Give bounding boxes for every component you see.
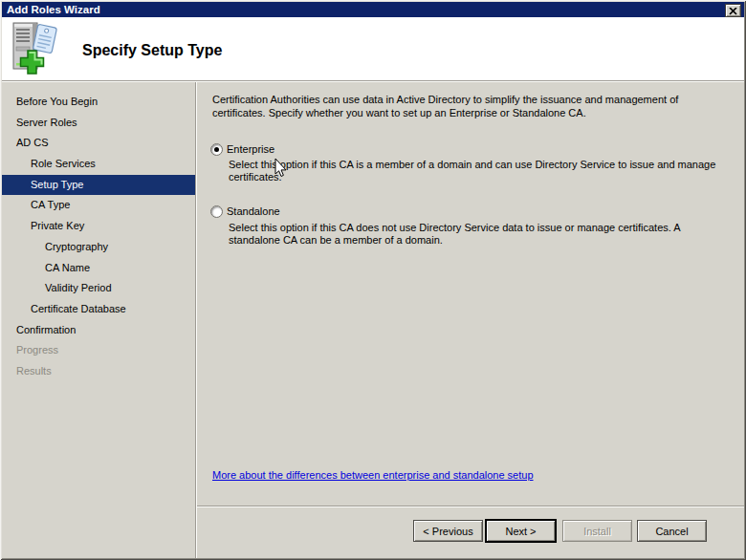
more-about-setup-link[interactable]: More about the differences between enter… xyxy=(212,469,534,481)
previous-button[interactable]: < Previous xyxy=(413,520,483,542)
enterprise-radio[interactable] xyxy=(210,143,223,156)
wizard-steps-sidebar: Before You Begin Server Roles AD CS Role… xyxy=(2,82,195,558)
sidebar-item-cryptography: Cryptography xyxy=(2,237,195,258)
sidebar-item-server-roles: Server Roles xyxy=(2,113,195,134)
sidebar-item-results: Results xyxy=(2,361,195,382)
standalone-radio-label[interactable]: Standalone xyxy=(227,205,280,218)
wizard-header: Specify Setup Type xyxy=(2,17,744,80)
enterprise-radio-label[interactable]: Enterprise xyxy=(227,142,274,156)
title-bar[interactable]: Add Roles Wizard xyxy=(2,2,744,17)
sidebar-item-progress: Progress xyxy=(2,340,195,361)
page-title: Specify Setup Type xyxy=(82,42,222,59)
sidebar-item-validity-period: Validity Period xyxy=(2,278,195,299)
sidebar-item-private-key: Private Key xyxy=(2,216,195,237)
sidebar-item-before-you-begin: Before You Begin xyxy=(2,92,195,113)
standalone-radio[interactable] xyxy=(210,205,223,218)
next-button[interactable]: Next > xyxy=(486,520,556,542)
wizard-steps-list: Before You Begin Server Roles AD CS Role… xyxy=(2,92,195,382)
sidebar-item-certificate-database: Certificate Database xyxy=(2,299,195,320)
sidebar-item-ca-type: CA Type xyxy=(2,195,195,216)
install-button: Install xyxy=(562,520,632,542)
enterprise-description: Select this option if this CA is a membe… xyxy=(229,159,731,183)
intro-text: Certification Authorities can use data i… xyxy=(212,94,734,119)
window-title: Add Roles Wizard xyxy=(7,4,100,15)
sidebar-item-role-services: Role Services xyxy=(2,154,195,175)
cancel-button[interactable]: Cancel xyxy=(637,520,707,542)
sidebar-item-ad-cs: AD CS xyxy=(2,133,195,154)
close-button[interactable] xyxy=(725,4,741,17)
footer-divider xyxy=(197,506,744,507)
server-add-icon xyxy=(9,21,60,76)
standalone-description: Select this option if this CA does not u… xyxy=(229,222,731,247)
sidebar-item-confirmation: Confirmation xyxy=(2,320,195,341)
sidebar-item-ca-name: CA Name xyxy=(2,258,195,279)
close-icon xyxy=(729,4,737,18)
add-roles-wizard-window: Add Roles Wizard xyxy=(0,0,746,560)
page-content: Certification Authorities can use data i… xyxy=(197,82,744,558)
sidebar-item-setup-type: Setup Type xyxy=(2,175,195,196)
radio-dot xyxy=(214,147,219,152)
